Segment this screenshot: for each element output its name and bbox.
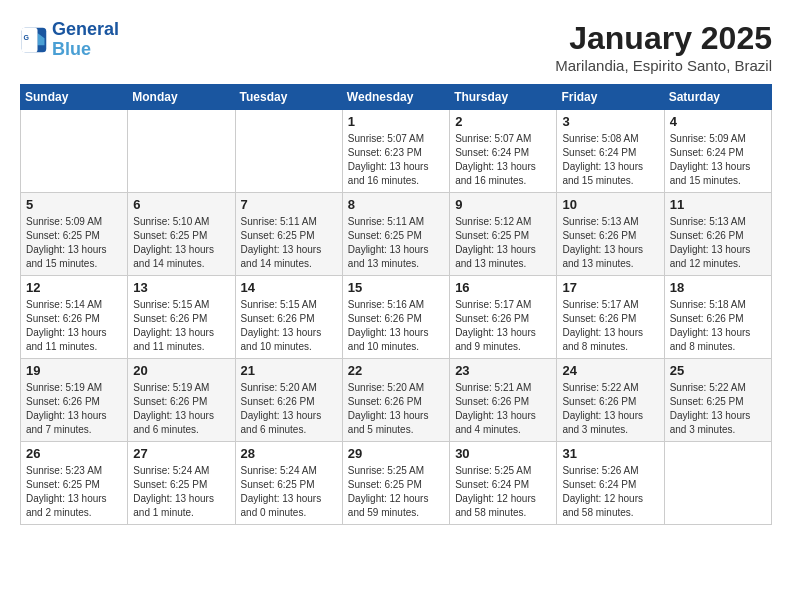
calendar-header: SundayMondayTuesdayWednesdayThursdayFrid… xyxy=(21,85,772,110)
calendar-cell: 11Sunrise: 5:13 AM Sunset: 6:26 PM Dayli… xyxy=(664,193,771,276)
week-row-5: 26Sunrise: 5:23 AM Sunset: 6:25 PM Dayli… xyxy=(21,442,772,525)
calendar-cell: 22Sunrise: 5:20 AM Sunset: 6:26 PM Dayli… xyxy=(342,359,449,442)
week-row-4: 19Sunrise: 5:19 AM Sunset: 6:26 PM Dayli… xyxy=(21,359,772,442)
day-number: 1 xyxy=(348,114,444,129)
calendar-cell: 3Sunrise: 5:08 AM Sunset: 6:24 PM Daylig… xyxy=(557,110,664,193)
day-info: Sunrise: 5:07 AM Sunset: 6:24 PM Dayligh… xyxy=(455,132,551,188)
header-day-friday: Friday xyxy=(557,85,664,110)
calendar-cell: 27Sunrise: 5:24 AM Sunset: 6:25 PM Dayli… xyxy=(128,442,235,525)
week-row-3: 12Sunrise: 5:14 AM Sunset: 6:26 PM Dayli… xyxy=(21,276,772,359)
day-number: 8 xyxy=(348,197,444,212)
logo-text-blue: Blue xyxy=(52,40,119,60)
calendar-cell: 29Sunrise: 5:25 AM Sunset: 6:25 PM Dayli… xyxy=(342,442,449,525)
header-day-sunday: Sunday xyxy=(21,85,128,110)
calendar-cell: 8Sunrise: 5:11 AM Sunset: 6:25 PM Daylig… xyxy=(342,193,449,276)
calendar-cell: 24Sunrise: 5:22 AM Sunset: 6:26 PM Dayli… xyxy=(557,359,664,442)
day-number: 24 xyxy=(562,363,658,378)
calendar-cell: 7Sunrise: 5:11 AM Sunset: 6:25 PM Daylig… xyxy=(235,193,342,276)
day-info: Sunrise: 5:08 AM Sunset: 6:24 PM Dayligh… xyxy=(562,132,658,188)
day-number: 23 xyxy=(455,363,551,378)
day-number: 20 xyxy=(133,363,229,378)
calendar-cell: 26Sunrise: 5:23 AM Sunset: 6:25 PM Dayli… xyxy=(21,442,128,525)
day-info: Sunrise: 5:25 AM Sunset: 6:25 PM Dayligh… xyxy=(348,464,444,520)
header-day-wednesday: Wednesday xyxy=(342,85,449,110)
header-day-tuesday: Tuesday xyxy=(235,85,342,110)
day-number: 3 xyxy=(562,114,658,129)
calendar-cell: 1Sunrise: 5:07 AM Sunset: 6:23 PM Daylig… xyxy=(342,110,449,193)
day-number: 22 xyxy=(348,363,444,378)
day-info: Sunrise: 5:26 AM Sunset: 6:24 PM Dayligh… xyxy=(562,464,658,520)
calendar-cell: 25Sunrise: 5:22 AM Sunset: 6:25 PM Dayli… xyxy=(664,359,771,442)
calendar-cell: 12Sunrise: 5:14 AM Sunset: 6:26 PM Dayli… xyxy=(21,276,128,359)
calendar-cell: 31Sunrise: 5:26 AM Sunset: 6:24 PM Dayli… xyxy=(557,442,664,525)
day-number: 14 xyxy=(241,280,337,295)
header-day-monday: Monday xyxy=(128,85,235,110)
calendar-cell: 6Sunrise: 5:10 AM Sunset: 6:25 PM Daylig… xyxy=(128,193,235,276)
day-info: Sunrise: 5:23 AM Sunset: 6:25 PM Dayligh… xyxy=(26,464,122,520)
day-info: Sunrise: 5:15 AM Sunset: 6:26 PM Dayligh… xyxy=(241,298,337,354)
logo-text-general: General xyxy=(52,20,119,40)
day-info: Sunrise: 5:10 AM Sunset: 6:25 PM Dayligh… xyxy=(133,215,229,271)
svg-text:G: G xyxy=(24,34,30,41)
day-info: Sunrise: 5:12 AM Sunset: 6:25 PM Dayligh… xyxy=(455,215,551,271)
calendar-cell: 10Sunrise: 5:13 AM Sunset: 6:26 PM Dayli… xyxy=(557,193,664,276)
calendar-cell: 16Sunrise: 5:17 AM Sunset: 6:26 PM Dayli… xyxy=(450,276,557,359)
header-day-saturday: Saturday xyxy=(664,85,771,110)
calendar-cell: 9Sunrise: 5:12 AM Sunset: 6:25 PM Daylig… xyxy=(450,193,557,276)
day-number: 19 xyxy=(26,363,122,378)
day-number: 7 xyxy=(241,197,337,212)
day-info: Sunrise: 5:15 AM Sunset: 6:26 PM Dayligh… xyxy=(133,298,229,354)
week-row-2: 5Sunrise: 5:09 AM Sunset: 6:25 PM Daylig… xyxy=(21,193,772,276)
calendar-cell: 13Sunrise: 5:15 AM Sunset: 6:26 PM Dayli… xyxy=(128,276,235,359)
calendar-cell: 5Sunrise: 5:09 AM Sunset: 6:25 PM Daylig… xyxy=(21,193,128,276)
day-info: Sunrise: 5:20 AM Sunset: 6:26 PM Dayligh… xyxy=(241,381,337,437)
calendar-body: 1Sunrise: 5:07 AM Sunset: 6:23 PM Daylig… xyxy=(21,110,772,525)
day-number: 2 xyxy=(455,114,551,129)
calendar-cell: 15Sunrise: 5:16 AM Sunset: 6:26 PM Dayli… xyxy=(342,276,449,359)
day-number: 28 xyxy=(241,446,337,461)
day-info: Sunrise: 5:13 AM Sunset: 6:26 PM Dayligh… xyxy=(562,215,658,271)
day-number: 9 xyxy=(455,197,551,212)
day-info: Sunrise: 5:22 AM Sunset: 6:26 PM Dayligh… xyxy=(562,381,658,437)
title-area: January 2025 Marilandia, Espirito Santo,… xyxy=(555,20,772,74)
calendar-cell: 28Sunrise: 5:24 AM Sunset: 6:25 PM Dayli… xyxy=(235,442,342,525)
week-row-1: 1Sunrise: 5:07 AM Sunset: 6:23 PM Daylig… xyxy=(21,110,772,193)
calendar-cell xyxy=(664,442,771,525)
day-info: Sunrise: 5:20 AM Sunset: 6:26 PM Dayligh… xyxy=(348,381,444,437)
calendar-cell: 20Sunrise: 5:19 AM Sunset: 6:26 PM Dayli… xyxy=(128,359,235,442)
day-number: 29 xyxy=(348,446,444,461)
calendar-cell: 30Sunrise: 5:25 AM Sunset: 6:24 PM Dayli… xyxy=(450,442,557,525)
calendar-cell: 18Sunrise: 5:18 AM Sunset: 6:26 PM Dayli… xyxy=(664,276,771,359)
calendar-cell xyxy=(235,110,342,193)
day-info: Sunrise: 5:09 AM Sunset: 6:25 PM Dayligh… xyxy=(26,215,122,271)
day-info: Sunrise: 5:17 AM Sunset: 6:26 PM Dayligh… xyxy=(455,298,551,354)
day-info: Sunrise: 5:13 AM Sunset: 6:26 PM Dayligh… xyxy=(670,215,766,271)
calendar-cell: 4Sunrise: 5:09 AM Sunset: 6:24 PM Daylig… xyxy=(664,110,771,193)
day-info: Sunrise: 5:25 AM Sunset: 6:24 PM Dayligh… xyxy=(455,464,551,520)
day-info: Sunrise: 5:24 AM Sunset: 6:25 PM Dayligh… xyxy=(241,464,337,520)
calendar-subtitle: Marilandia, Espirito Santo, Brazil xyxy=(555,57,772,74)
day-number: 31 xyxy=(562,446,658,461)
logo-icon: G xyxy=(20,26,48,54)
day-info: Sunrise: 5:14 AM Sunset: 6:26 PM Dayligh… xyxy=(26,298,122,354)
calendar-cell: 21Sunrise: 5:20 AM Sunset: 6:26 PM Dayli… xyxy=(235,359,342,442)
calendar-cell xyxy=(128,110,235,193)
day-info: Sunrise: 5:07 AM Sunset: 6:23 PM Dayligh… xyxy=(348,132,444,188)
day-number: 18 xyxy=(670,280,766,295)
day-number: 15 xyxy=(348,280,444,295)
day-info: Sunrise: 5:19 AM Sunset: 6:26 PM Dayligh… xyxy=(133,381,229,437)
calendar-cell: 23Sunrise: 5:21 AM Sunset: 6:26 PM Dayli… xyxy=(450,359,557,442)
day-number: 10 xyxy=(562,197,658,212)
day-info: Sunrise: 5:18 AM Sunset: 6:26 PM Dayligh… xyxy=(670,298,766,354)
header-row: SundayMondayTuesdayWednesdayThursdayFrid… xyxy=(21,85,772,110)
day-number: 16 xyxy=(455,280,551,295)
calendar-title: January 2025 xyxy=(555,20,772,57)
calendar-cell: 19Sunrise: 5:19 AM Sunset: 6:26 PM Dayli… xyxy=(21,359,128,442)
day-number: 30 xyxy=(455,446,551,461)
day-info: Sunrise: 5:11 AM Sunset: 6:25 PM Dayligh… xyxy=(241,215,337,271)
day-number: 17 xyxy=(562,280,658,295)
day-number: 5 xyxy=(26,197,122,212)
day-info: Sunrise: 5:11 AM Sunset: 6:25 PM Dayligh… xyxy=(348,215,444,271)
day-info: Sunrise: 5:21 AM Sunset: 6:26 PM Dayligh… xyxy=(455,381,551,437)
calendar-table: SundayMondayTuesdayWednesdayThursdayFrid… xyxy=(20,84,772,525)
